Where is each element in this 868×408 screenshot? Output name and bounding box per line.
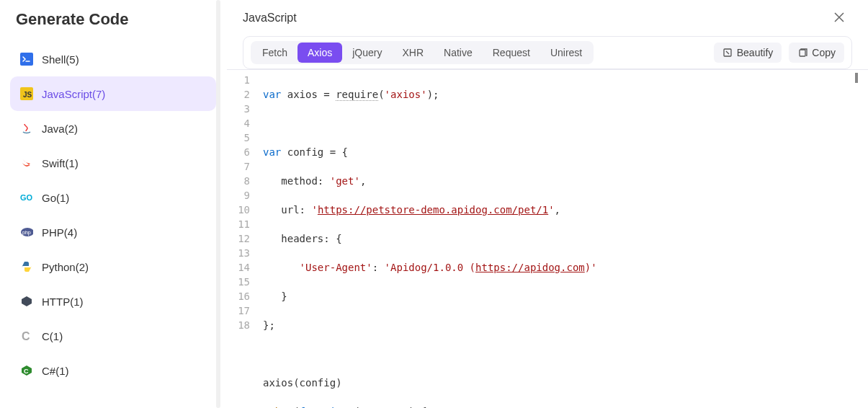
- beautify-label: Beautify: [737, 47, 774, 58]
- svg-text:php: php: [22, 230, 31, 236]
- python-icon: [20, 260, 33, 273]
- tab-xhr[interactable]: XHR: [392, 43, 434, 63]
- sidebar-item-python[interactable]: Python(2): [10, 249, 216, 284]
- copy-label: Copy: [812, 47, 836, 58]
- go-icon: GO: [20, 191, 33, 204]
- main-panel: JavaScript Fetch Axios jQuery XHR Native…: [227, 0, 868, 408]
- c-icon: C: [20, 329, 33, 342]
- svg-rect-9: [800, 50, 805, 56]
- sidebar-item-label: Shell(5): [42, 53, 79, 66]
- sidebar-item-c[interactable]: C C(1): [10, 319, 216, 353]
- copy-icon: [797, 48, 807, 58]
- shell-icon: [20, 53, 33, 66]
- php-icon: php: [20, 226, 33, 239]
- tab-axios[interactable]: Axios: [297, 43, 342, 63]
- code-content: var axios = require('axios'); var config…: [256, 70, 868, 408]
- svg-text:C: C: [24, 368, 29, 375]
- svg-text:GO: GO: [20, 193, 33, 202]
- sidebar-item-java[interactable]: Java(2): [10, 111, 216, 146]
- sidebar-item-label: Python(2): [42, 261, 89, 273]
- tab-fetch[interactable]: Fetch: [252, 43, 297, 63]
- svg-text:C: C: [22, 330, 30, 342]
- sidebar-item-label: Go(1): [42, 192, 69, 204]
- toolbar: Fetch Axios jQuery XHR Native Request Un…: [243, 36, 852, 69]
- sidebar: Generate Code Shell(5) JS JavaScript(7) …: [0, 0, 227, 408]
- copy-button[interactable]: Copy: [789, 43, 844, 63]
- beautify-button[interactable]: Beautify: [714, 43, 782, 63]
- sidebar-item-go[interactable]: GO Go(1): [10, 180, 216, 215]
- sidebar-item-label: Java(2): [42, 123, 78, 135]
- sidebar-title: Generate Code: [0, 7, 226, 42]
- line-gutter: 123456789101112131415161718: [227, 70, 256, 408]
- sidebar-item-label: Swift(1): [42, 157, 79, 169]
- java-icon: [20, 122, 33, 135]
- close-button[interactable]: [826, 7, 852, 30]
- wand-icon: [722, 48, 733, 58]
- sidebar-item-label: JavaScript(7): [42, 88, 105, 100]
- csharp-icon: C: [20, 364, 33, 377]
- sidebar-item-php[interactable]: php PHP(4): [10, 215, 216, 249]
- sidebar-item-label: C(1): [42, 330, 63, 342]
- http-client-tabs: Fetch Axios jQuery XHR Native Request Un…: [251, 41, 594, 64]
- tab-native[interactable]: Native: [434, 43, 483, 63]
- close-icon: [833, 12, 845, 23]
- svg-rect-0: [20, 53, 33, 66]
- sidebar-item-http[interactable]: HTTP(1): [10, 284, 216, 319]
- http-icon: [20, 295, 33, 308]
- javascript-icon: JS: [20, 87, 33, 100]
- sidebar-item-swift[interactable]: Swift(1): [10, 146, 216, 180]
- sidebar-item-shell[interactable]: Shell(5): [10, 42, 216, 76]
- sidebar-item-csharp[interactable]: C C#(1): [10, 353, 216, 388]
- sidebar-item-label: PHP(4): [42, 226, 77, 239]
- sidebar-item-label: HTTP(1): [42, 296, 84, 308]
- tab-unirest[interactable]: Unirest: [540, 43, 592, 63]
- page-title: JavaScript: [243, 12, 297, 25]
- sidebar-item-javascript[interactable]: JS JavaScript(7): [10, 76, 216, 111]
- code-editor[interactable]: 123456789101112131415161718 var axios = …: [227, 69, 868, 408]
- tab-request[interactable]: Request: [483, 43, 540, 63]
- language-list: Shell(5) JS JavaScript(7) Java(2) Swift(…: [0, 42, 226, 388]
- swift-icon: [20, 156, 33, 169]
- svg-text:JS: JS: [23, 91, 32, 99]
- tab-jquery[interactable]: jQuery: [342, 43, 392, 63]
- sidebar-item-label: C#(1): [42, 365, 69, 377]
